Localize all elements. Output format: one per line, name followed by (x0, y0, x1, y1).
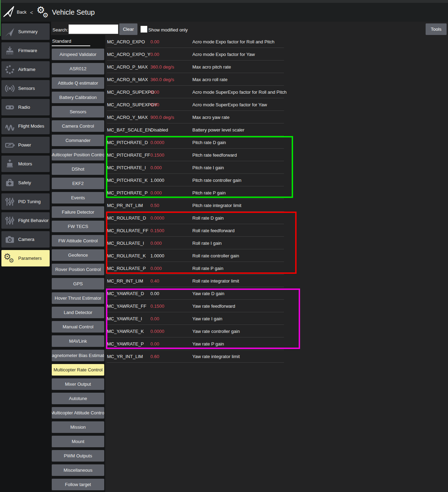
param-description: Max acro roll rate (192, 77, 227, 82)
param-row-mc-acro-expo-y[interactable]: MC_ACRO_EXPO_Y0.00Acro mode Expo factor … (107, 48, 447, 60)
group-button-camera-control[interactable]: Camera Control (52, 120, 104, 132)
group-button-mixer-output[interactable]: Mixer Output (52, 378, 104, 390)
group-button-pwm-outputs[interactable]: PWM Outputs (52, 450, 104, 462)
group-button-sensors[interactable]: Sensors (52, 106, 104, 117)
param-name: MC_ACRO_EXPO (107, 39, 150, 44)
sidebar-item-firmware[interactable]: Firmware (1, 42, 50, 59)
param-row-mc-yawrate-ff[interactable]: MC_YAWRATE_FF0.1500Yaw rate feedforward (107, 300, 447, 312)
group-button-magnetometer-bias-estimator[interactable]: Magnetometer Bias Estimator (52, 350, 104, 361)
sidebar-item-camera[interactable]: Camera (1, 231, 50, 248)
sidebar-item-label: Airframe (18, 67, 35, 72)
group-button-mount[interactable]: Mount (52, 436, 104, 447)
param-value: 0.00 (150, 102, 192, 107)
param-row-mc-rr-int-lim[interactable]: MC_RR_INT_LIM0.40Roll rate integrator li… (107, 274, 447, 287)
param-row-mc-yawrate-i[interactable]: MC_YAWRATE_I0.00Yaw rate I gain (107, 312, 447, 325)
param-description: Roll rate controller gain (192, 253, 239, 258)
param-row-mc-pr-int-lim[interactable]: MC_PR_INT_LIM0.50Pitch rate integrator l… (107, 199, 447, 212)
param-row-mc-pitchrate-d[interactable]: MC_PITCHRATE_D0.0000Pitch rate D gain (107, 136, 447, 149)
sidebar-item-label: PID Tuning (18, 199, 41, 204)
group-button-battery-calibration[interactable]: Battery Calibration (52, 92, 104, 103)
group-button-fw-attitude-control[interactable]: FW Attitude Control (52, 235, 104, 247)
param-row-mc-yr-int-lim[interactable]: MC_YR_INT_LIM0.60Yaw rate integrator lim… (107, 350, 447, 363)
param-name: MC_PITCHRATE_I (107, 165, 150, 170)
group-button-failure-detector[interactable]: Failure Detector (52, 206, 104, 218)
left-edge-accent (0, 0, 1, 36)
param-row-mc-yawrate-k[interactable]: MC_YAWRATE_K0.0000Yaw rate controller ga… (107, 325, 447, 337)
show-modified-checkbox[interactable] (141, 26, 147, 33)
group-button-manual-control[interactable]: Manual Control (52, 321, 104, 333)
group-button-fw-tecs[interactable]: FW TECS (52, 221, 104, 232)
param-name: MC_ACRO_R_MAX (107, 77, 150, 82)
param-row-mc-rollrate-p[interactable]: MC_ROLLRATE_P0.000Roll rate P gain (107, 262, 447, 274)
param-name: MC_ACRO_SUPEXPOY (107, 102, 150, 107)
group-category-underline (52, 45, 90, 46)
clear-button[interactable]: Clear (119, 23, 137, 35)
param-row-mc-acro-supexpoy[interactable]: MC_ACRO_SUPEXPOY0.00Acro mode SuperExpo … (107, 98, 447, 111)
group-button-gps[interactable]: GPS (52, 278, 104, 290)
sidebar-item-radio[interactable]: Radio (1, 99, 50, 115)
group-button-dshot[interactable]: DShot (52, 163, 104, 175)
param-value: 0.60 (150, 354, 192, 359)
group-button-mavlink[interactable]: MAVLink (52, 335, 104, 347)
param-row-mc-pitchrate-p[interactable]: MC_PITCHRATE_P0.000Pitch rate P gain (107, 186, 447, 199)
airframe-dots-icon (1, 64, 18, 75)
sidebar-item-sensors[interactable]: Sensors (1, 80, 50, 97)
sidebar-item-parameters[interactable]: ⚙⚙Parameters (1, 250, 50, 266)
group-button-asr012[interactable]: ASR012 (52, 63, 104, 74)
group-button-ekf2[interactable]: EKF2 (52, 178, 104, 189)
sidebar-item-motors[interactable]: Motors (1, 156, 50, 172)
group-button-events[interactable]: Events (52, 192, 104, 204)
param-row-mc-rollrate-d[interactable]: MC_ROLLRATE_D0.0000Roll rate D gain (107, 212, 447, 224)
param-name: MC_YAWRATE_D (107, 291, 150, 296)
group-button-multicopter-position-control[interactable]: Multicopter Position Control (52, 149, 104, 161)
group-button-rover-position-control[interactable]: Rover Position Control (52, 264, 104, 275)
param-description: Yaw rate D gain (192, 291, 225, 296)
sidebar-item-pid-tuning[interactable]: PID Tuning (1, 193, 50, 210)
param-row-mc-acro-p-max[interactable]: MC_ACRO_P_MAX360.0 deg/sMax acro pitch r… (107, 60, 447, 73)
search-input[interactable] (69, 24, 118, 34)
sidebar-item-flight-modes[interactable]: Flight Modes (1, 118, 50, 134)
group-button-geofence[interactable]: Geofence (52, 249, 104, 261)
group-button-hover-thrust-estimator[interactable]: Hover Thrust Estimator (52, 292, 104, 304)
group-button-commander[interactable]: Commander (52, 135, 104, 146)
sidebar-item-airframe[interactable]: Airframe (1, 61, 50, 78)
tools-button[interactable]: Tools (426, 23, 447, 35)
param-description: Roll rate D gain (192, 215, 224, 221)
param-row-mc-pitchrate-i[interactable]: MC_PITCHRATE_I0.000Pitch rate I gain (107, 161, 447, 174)
param-row-mc-rollrate-k[interactable]: MC_ROLLRATE_K1.0000Roll rate controller … (107, 249, 447, 262)
group-button-autotune[interactable]: Autotune (52, 393, 104, 404)
param-row-mc-acro-y-max[interactable]: MC_ACRO_Y_MAX900.0 deg/sMax acro yaw rat… (107, 111, 447, 123)
group-button-multicopter-rate-control[interactable]: Multicopter Rate Control (52, 364, 104, 376)
group-button-land-detector[interactable]: Land Detector (52, 307, 104, 318)
param-row-mc-pitchrate-ff[interactable]: MC_PITCHRATE_FF0.1500Pitch rate feedforw… (107, 149, 447, 161)
sliders-icon (1, 215, 18, 226)
parameter-table: MC_ACRO_EXPO0.00Acro mode Expo factor fo… (107, 35, 447, 363)
param-name: MC_YAWRATE_I (107, 316, 150, 321)
param-row-mc-acro-r-max[interactable]: MC_ACRO_R_MAX360.0 deg/sMax acro roll ra… (107, 73, 447, 86)
group-button-mission[interactable]: Mission (52, 421, 104, 433)
sidebar-item-flight-behavior[interactable]: Flight Behavior (1, 212, 50, 229)
group-button-miscellaneous[interactable]: Miscellaneous (52, 464, 104, 476)
sidebar-item-summary[interactable]: Summary (1, 23, 50, 40)
param-value: Disabled (150, 127, 192, 133)
group-button-follow-target[interactable]: Follow target (52, 479, 104, 490)
group-button-airspeed-validator[interactable]: Airspeed Validator (52, 49, 104, 60)
motor-icon (1, 159, 18, 169)
param-row-mc-bat-scale-en[interactable]: MC_BAT_SCALE_ENDisabledBattery power lev… (107, 123, 447, 136)
param-name: MC_BAT_SCALE_EN (107, 127, 150, 133)
param-row-mc-acro-supexpo[interactable]: MC_ACRO_SUPEXPO0.00Acro mode SuperExpo f… (107, 86, 447, 98)
group-button-multicopter-attitude-control[interactable]: Multicopter Attitude Control (52, 407, 104, 419)
param-row-mc-rollrate-ff[interactable]: MC_ROLLRATE_FF0.1500Roll rate feedforwar… (107, 224, 447, 237)
param-row-mc-rollrate-i[interactable]: MC_ROLLRATE_I0.000Roll rate I gain (107, 237, 447, 249)
sidebar-item-safety[interactable]: Safety (1, 174, 50, 191)
param-row-mc-pitchrate-k[interactable]: MC_PITCHRATE_K1.0000Pitch rate controlle… (107, 174, 447, 186)
param-row-mc-yawrate-p[interactable]: MC_YAWRATE_P0.00Yaw rate P gain (107, 337, 447, 350)
param-row-mc-yawrate-d[interactable]: MC_YAWRATE_D0.00Yaw rate D gain (107, 287, 447, 300)
group-button-attitude-q-estimator[interactable]: Attitude Q estimator (52, 77, 104, 89)
sidebar-item-label: Safety (18, 180, 31, 185)
param-value: 0.40 (150, 278, 192, 284)
param-value: 0.00 (150, 52, 192, 57)
back-button[interactable]: Back (2, 5, 27, 20)
sidebar-item-power[interactable]: Power (1, 137, 50, 153)
param-row-mc-acro-expo[interactable]: MC_ACRO_EXPO0.00Acro mode Expo factor fo… (107, 35, 447, 48)
